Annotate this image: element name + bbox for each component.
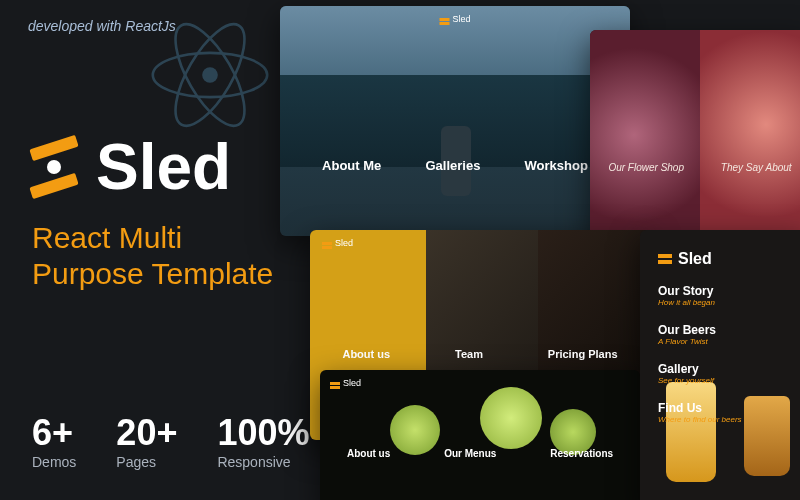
stat-num: 6+ — [32, 412, 76, 454]
stat-num: 100% — [217, 412, 309, 454]
nav-item[interactable]: About us — [347, 448, 390, 459]
stats-row: 6+ Demos 20+ Pages 100% Responsive — [32, 412, 310, 470]
menu-item[interactable]: Gallery — [658, 362, 742, 376]
subtitle: React Multi Purpose Template — [32, 220, 273, 292]
subtitle-line1: React Multi — [32, 220, 273, 256]
nav-item[interactable]: Our Menus — [444, 448, 496, 459]
nav-item[interactable]: Our Flower Shop — [608, 162, 684, 173]
brand-logo-icon — [30, 142, 78, 192]
react-logo-icon — [145, 10, 275, 144]
stat-label: Pages — [116, 454, 177, 470]
nav-item[interactable]: Team — [455, 348, 483, 360]
menu-sub: A Flavor Twist — [658, 337, 742, 346]
demo-nav: About Me Galleries Workshop — [280, 158, 630, 173]
demo-brand: Sled — [322, 238, 353, 248]
nav-item[interactable]: Reservations — [550, 448, 613, 459]
demo-card-photography[interactable]: Sled About Me Galleries Workshop — [280, 6, 630, 236]
demo-brand: Sled — [439, 14, 470, 24]
brand-block: Sled — [30, 130, 231, 204]
demo-card-food[interactable]: Sled About us Our Menus Reservations — [320, 370, 640, 500]
demo-card-florist[interactable]: Our Flower Shop They Say About — [590, 30, 800, 240]
menu-item[interactable]: Find Us — [658, 401, 742, 415]
stat-num: 20+ — [116, 412, 177, 454]
menu-sub: How it all began — [658, 298, 742, 307]
stat-pages: 20+ Pages — [116, 412, 177, 470]
menu-sub: Where to find our beers — [658, 415, 742, 424]
stat-label: Responsive — [217, 454, 309, 470]
svg-point-3 — [202, 67, 218, 83]
brand-name: Sled — [96, 130, 231, 204]
subtitle-line2: Purpose Template — [32, 256, 273, 292]
demo-card-beer[interactable]: Sled Our StoryHow it all began Our Beers… — [640, 230, 800, 500]
menu-item[interactable]: Our Beers — [658, 323, 742, 337]
nav-item[interactable]: Galleries — [425, 158, 480, 173]
stat-responsive: 100% Responsive — [217, 412, 309, 470]
nav-item[interactable]: Pricing Plans — [548, 348, 618, 360]
menu-sub: See for yourself — [658, 376, 742, 385]
demo-brand: Sled — [330, 378, 361, 388]
nav-item[interactable]: About us — [342, 348, 390, 360]
nav-item[interactable]: They Say About — [721, 162, 792, 173]
stat-demos: 6+ Demos — [32, 412, 76, 470]
nav-item[interactable]: Workshop — [525, 158, 588, 173]
demo-brand: Sled — [658, 250, 742, 268]
stat-label: Demos — [32, 454, 76, 470]
nav-item[interactable]: About Me — [322, 158, 381, 173]
menu-item[interactable]: Our Story — [658, 284, 742, 298]
